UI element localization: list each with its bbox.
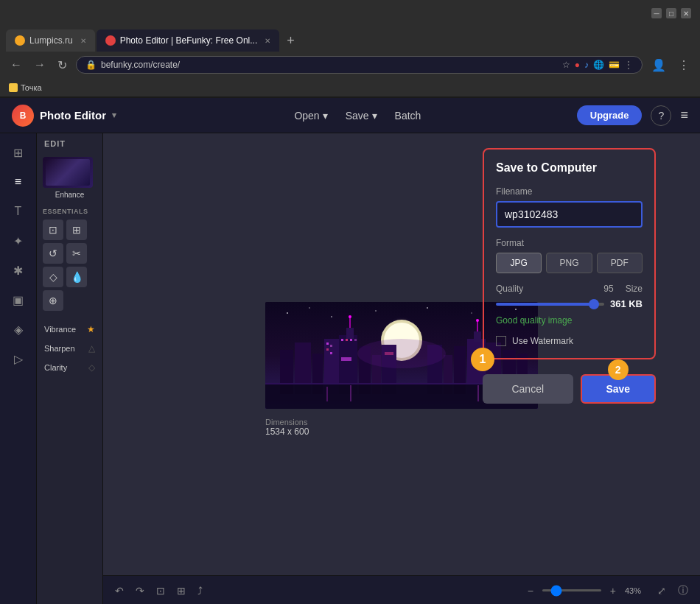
plus-tool[interactable]: ⊕ (43, 290, 63, 311)
fit-button[interactable]: ⤢ (654, 582, 669, 600)
address-bar[interactable]: 🔒 befunky.com/create/ ☆ ● ♪ 🌐 💳 ⋮ (76, 56, 643, 74)
cut-tool[interactable]: ✂ (66, 243, 87, 264)
new-tab-button[interactable]: + (281, 30, 301, 52)
filename-label: Filename (496, 186, 643, 197)
sidebar-icon-textures[interactable]: ◈ (5, 316, 32, 343)
rotate-tool[interactable]: ↺ (43, 243, 63, 264)
extension-icon: ♪ (584, 60, 589, 70)
header-nav: Open ▾ Save ▾ Batch (139, 110, 577, 122)
sidebar-icon-effects[interactable]: ✱ (5, 257, 32, 284)
left-sidebar: ⊞ ≡ T ✦ ✱ ▣ ◈ ▷ (0, 133, 37, 604)
maximize-button[interactable]: □ (666, 8, 676, 18)
minimize-button[interactable]: ─ (651, 8, 662, 18)
tab-favicon-befunky (105, 35, 116, 46)
quality-value: 95 (603, 284, 613, 294)
tab-close-befunky[interactable]: ✕ (265, 37, 270, 45)
close-button[interactable]: ✕ (681, 8, 691, 18)
sidebar-icon-animations[interactable]: ▷ (5, 345, 32, 372)
bookmark-tochka[interactable]: Точка (9, 83, 42, 92)
help-button[interactable]: ? (651, 105, 671, 126)
redo-button[interactable]: ↷ (133, 582, 147, 600)
quality-slider[interactable] (496, 303, 604, 306)
size-value: 361 KB (610, 298, 643, 309)
sidebar-icon-frames[interactable]: ▣ (5, 287, 32, 313)
tab-bar: Lumpics.ru ✕ Photo Editor | BeFunky: Fre… (0, 27, 700, 52)
quality-status: Good quality image (496, 315, 643, 326)
dialog-container: Save to Computer Filename Format JPG PNG… (483, 148, 656, 404)
resize-bottom-button[interactable]: ⊞ (174, 582, 189, 600)
dialog-title: Save to Computer (496, 161, 643, 175)
water-tool[interactable]: 💧 (66, 267, 87, 287)
back-button[interactable]: ← (7, 57, 25, 73)
nav-open-arrow: ▾ (323, 110, 328, 122)
vibrance-tool-row[interactable]: Vibrance ★ (37, 320, 102, 339)
resize-tool[interactable]: ⊞ (66, 220, 87, 240)
header-right: Upgrade ? ≡ (577, 105, 688, 126)
profile-button[interactable]: 👤 (648, 57, 669, 74)
info-button[interactable]: ⓘ (675, 581, 691, 600)
tools-section-essentials: ESSENTIALS (37, 202, 102, 217)
sharpen-label: Sharpen (44, 344, 75, 353)
crop-bottom-button[interactable]: ⊡ (153, 582, 168, 600)
format-row: JPG PNG PDF (496, 253, 643, 273)
tab-befunky[interactable]: Photo Editor | BeFunky: Free Onl... ✕ (97, 29, 280, 52)
vpn-icon: 🌐 (593, 60, 604, 70)
format-jpg-button[interactable]: JPG (496, 253, 542, 273)
upgrade-button[interactable]: Upgrade (577, 105, 643, 125)
zoom-slider[interactable] (542, 589, 601, 591)
sharpen-tool-row[interactable]: Sharpen △ (37, 339, 102, 358)
cancel-button[interactable]: Cancel (483, 374, 573, 404)
menu-button[interactable]: ⋮ (675, 57, 693, 74)
nav-batch[interactable]: Batch (395, 110, 421, 122)
refresh-button[interactable]: ↻ (55, 57, 70, 74)
watermark-checkbox[interactable] (496, 336, 506, 346)
sidebar-icon-text[interactable]: T (5, 198, 32, 225)
nav-save-arrow: ▾ (372, 110, 377, 122)
enhance-thumb (43, 157, 93, 188)
star-icon: ☆ (562, 60, 570, 70)
minus-zoom-button[interactable]: − (525, 582, 536, 600)
forward-button[interactable]: → (31, 57, 49, 73)
more-icon: ⋮ (624, 60, 633, 70)
browser-chrome: ─ □ ✕ Lumpics.ru ✕ Photo Editor | BeFunk… (0, 0, 700, 98)
quality-section: Quality 95 Size 361 KB Good quality imag… (496, 284, 643, 326)
bottom-toolbar: ↶ ↷ ⊡ ⊞ ⤴ − + 43% ⤢ ⓘ (103, 575, 700, 604)
diamond-tool[interactable]: ◇ (43, 267, 63, 287)
crop-tool[interactable]: ⊡ (43, 220, 63, 240)
watermark-label: Use Watermark (512, 336, 573, 346)
window-controls: ─ □ ✕ (651, 8, 691, 18)
tab-label-befunky: Photo Editor | BeFunky: Free Onl... (120, 35, 258, 46)
tab-label-lumpics: Lumpics.ru (29, 35, 73, 46)
header-menu-button[interactable]: ≡ (680, 108, 688, 123)
export-button[interactable]: ⤴ (195, 582, 206, 600)
bookmark-folder-icon (9, 83, 18, 92)
save-button-wrap: 2 Save (581, 374, 657, 404)
nav-save[interactable]: Save ▾ (346, 110, 377, 122)
sidebar-icon-filters[interactable]: ⊞ (5, 139, 32, 166)
sidebar-icon-edit[interactable]: ≡ (5, 169, 32, 195)
format-pdf-button[interactable]: PDF (597, 253, 643, 273)
clarity-label: Clarity (44, 363, 67, 372)
filename-input[interactable] (496, 201, 643, 228)
nav-open[interactable]: Open ▾ (294, 110, 327, 122)
format-png-button[interactable]: PNG (546, 253, 592, 273)
tools-extras: Vibrance ★ Sharpen △ Clarity ◇ (37, 320, 102, 377)
zoom-value: 43% (625, 586, 648, 595)
undo-button[interactable]: ↶ (112, 582, 127, 600)
tab-close-lumpics[interactable]: ✕ (80, 37, 86, 45)
size-label: Size (626, 284, 643, 294)
watermark-row: Use Watermark (496, 336, 643, 346)
logo-avatar: B (12, 105, 34, 127)
clarity-tool-row[interactable]: Clarity ◇ (37, 358, 102, 377)
app-title-arrow: ▾ (112, 110, 116, 120)
enhance-label: Enhance (43, 191, 97, 199)
tab-lumpics[interactable]: Lumpics.ru ✕ (6, 29, 95, 52)
vibrance-star-icon: ★ (87, 324, 95, 334)
step2-badge: 2 (608, 359, 629, 380)
canvas-area: Dimensions 1534 x 600 Save to Computer F… (103, 133, 700, 604)
title-bar: ─ □ ✕ (0, 0, 700, 27)
dialog-overlay: Save to Computer Filename Format JPG PNG… (103, 133, 700, 575)
app-header: B Photo Editor ▾ Open ▾ Save ▾ Batch Upg… (0, 98, 700, 133)
plus-zoom-button[interactable]: + (607, 582, 619, 600)
sidebar-icon-graphic[interactable]: ✦ (5, 228, 32, 254)
